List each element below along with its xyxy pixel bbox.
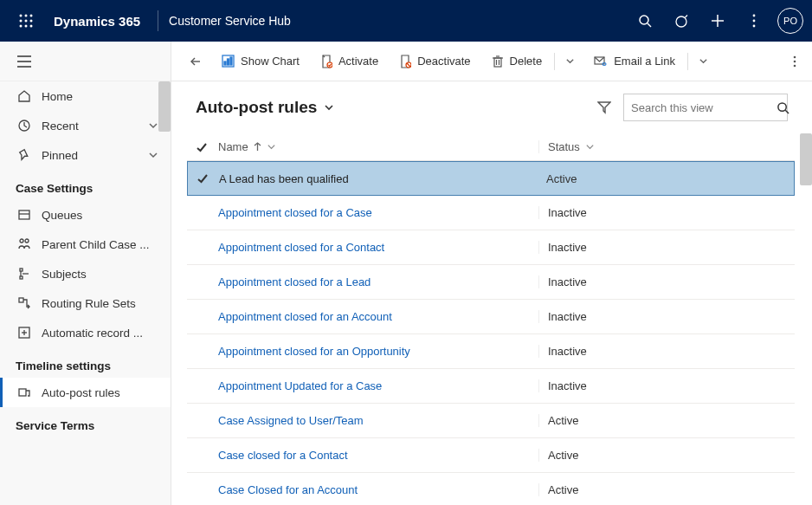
svg-point-2 bbox=[30, 15, 33, 17]
table-row[interactable]: Appointment closed for a ContactInactive bbox=[187, 230, 795, 265]
sort-asc-icon bbox=[254, 142, 261, 152]
row-name-link[interactable]: Case Assigned to User/Team bbox=[216, 414, 538, 427]
view-header: Auto-post rules bbox=[171, 81, 812, 133]
row-name-link[interactable]: Appointment closed for an Account bbox=[216, 310, 538, 323]
row-name-link[interactable]: Appointment Updated for a Case bbox=[216, 379, 538, 392]
parent-icon bbox=[16, 237, 33, 251]
deactivate-icon bbox=[399, 55, 411, 68]
search-view-box[interactable] bbox=[623, 94, 788, 121]
emaillink-split-caret[interactable] bbox=[690, 56, 717, 66]
add-icon[interactable] bbox=[699, 0, 736, 42]
delete-split-caret[interactable] bbox=[557, 56, 583, 66]
select-all-checkbox[interactable] bbox=[187, 141, 216, 153]
sidebar-item-queues[interactable]: Queues bbox=[0, 200, 171, 230]
filter-icon[interactable] bbox=[585, 100, 623, 114]
svg-rect-43 bbox=[494, 58, 501, 67]
svg-marker-52 bbox=[598, 102, 610, 113]
more-icon[interactable] bbox=[736, 0, 772, 42]
hub-label[interactable]: Customer Service Hub bbox=[165, 14, 291, 28]
sidebar-item-home[interactable]: Home bbox=[0, 81, 171, 111]
svg-rect-39 bbox=[230, 57, 232, 65]
table-row[interactable]: Case Assigned to User/TeamActive bbox=[187, 404, 795, 438]
command-bar: Show ChartActivateDeactivateDeleteEmail … bbox=[171, 42, 812, 81]
row-status: Inactive bbox=[538, 379, 795, 392]
search-view-icon[interactable] bbox=[777, 101, 789, 114]
svg-rect-26 bbox=[20, 269, 23, 271]
showchart-button[interactable]: Show Chart bbox=[211, 42, 310, 81]
sidebar-item-auto-post-rules[interactable]: Auto-post rules bbox=[0, 378, 171, 407]
brand-label[interactable]: Dynamics 365 bbox=[43, 14, 151, 29]
task-icon[interactable] bbox=[663, 0, 699, 42]
search-icon[interactable] bbox=[627, 0, 663, 42]
svg-rect-30 bbox=[19, 298, 23, 302]
app-topbar: Dynamics 365 Customer Service Hub PO bbox=[0, 0, 812, 42]
svg-point-24 bbox=[20, 239, 23, 243]
row-status: Inactive bbox=[538, 206, 795, 219]
showchart-icon bbox=[222, 55, 235, 68]
table-row[interactable]: Appointment Updated for a CaseInactive bbox=[187, 369, 795, 404]
row-status: Inactive bbox=[538, 241, 795, 254]
deactivate-button[interactable]: Deactivate bbox=[389, 42, 480, 81]
sidebar-item-subjects[interactable]: Subjects bbox=[0, 259, 171, 288]
svg-rect-22 bbox=[19, 210, 29, 219]
sidebar: HomeRecentPinnedCase SettingsQueuesParen… bbox=[0, 42, 171, 505]
subjects-icon bbox=[16, 267, 33, 281]
sidebar-item-parent-child-case-[interactable]: Parent Child Case ... bbox=[0, 230, 171, 259]
row-status: Inactive bbox=[538, 275, 795, 288]
emaillink-button[interactable]: Email a Link bbox=[583, 42, 686, 81]
row-name-link[interactable]: A Lead has been qualified bbox=[217, 172, 538, 185]
svg-rect-34 bbox=[19, 389, 26, 396]
svg-point-25 bbox=[25, 239, 29, 243]
row-name-link[interactable]: Appointment closed for a Contact bbox=[216, 241, 538, 254]
column-header-name[interactable]: Name bbox=[216, 140, 538, 153]
table-row[interactable]: Case Closed for an AccountActive bbox=[187, 473, 795, 505]
table-row[interactable]: Case closed for a ContactActive bbox=[187, 438, 795, 473]
sidebar-item-recent[interactable]: Recent bbox=[0, 111, 171, 140]
svg-point-53 bbox=[778, 102, 786, 110]
row-name-link[interactable]: Appointment closed for a Case bbox=[216, 206, 538, 219]
emaillink-icon bbox=[594, 55, 608, 68]
column-header-status[interactable]: Status bbox=[538, 140, 795, 153]
row-status: Active bbox=[538, 483, 795, 496]
user-avatar[interactable]: PO bbox=[777, 8, 803, 34]
row-status: Inactive bbox=[538, 345, 795, 358]
row-status: Active bbox=[538, 172, 794, 185]
svg-point-15 bbox=[753, 15, 756, 17]
activate-button[interactable]: Activate bbox=[310, 42, 389, 81]
row-status: Inactive bbox=[538, 310, 795, 323]
overflow-button[interactable] bbox=[784, 42, 805, 81]
table-row[interactable]: Appointment closed for a CaseInactive bbox=[187, 196, 795, 230]
chevron-down-icon bbox=[148, 150, 158, 160]
table-row[interactable]: A Lead has been qualifiedActive bbox=[187, 161, 795, 196]
chevron-down-icon bbox=[267, 142, 276, 152]
grid-scrollbar[interactable] bbox=[800, 133, 812, 185]
post-icon bbox=[16, 385, 33, 399]
back-button[interactable] bbox=[185, 42, 209, 81]
svg-line-54 bbox=[785, 110, 789, 113]
svg-point-6 bbox=[20, 25, 23, 28]
search-view-input[interactable] bbox=[631, 101, 777, 114]
view-title-dropdown[interactable]: Auto-post rules bbox=[196, 98, 334, 117]
view-title-text: Auto-post rules bbox=[196, 98, 317, 117]
row-status: Active bbox=[538, 414, 795, 427]
chevron-down-icon bbox=[585, 142, 595, 152]
sidebar-item-pinned[interactable]: Pinned bbox=[0, 140, 171, 170]
table-row[interactable]: Appointment closed for an OpportunityIna… bbox=[187, 334, 795, 369]
app-launcher-icon[interactable] bbox=[9, 14, 43, 28]
row-checkbox[interactable] bbox=[188, 172, 217, 185]
sidebar-item-automatic-record-[interactable]: Automatic record ... bbox=[0, 318, 171, 347]
svg-point-1 bbox=[25, 15, 28, 17]
delete-button[interactable]: Delete bbox=[481, 42, 553, 81]
row-name-link[interactable]: Case Closed for an Account bbox=[216, 483, 538, 496]
sidebar-item-routing-rule-sets[interactable]: Routing Rule Sets bbox=[0, 288, 171, 318]
table-row[interactable]: Appointment closed for a LeadInactive bbox=[187, 265, 795, 300]
row-name-link[interactable]: Case closed for a Contact bbox=[216, 449, 538, 462]
svg-point-17 bbox=[753, 25, 756, 28]
menu-toggle-icon[interactable] bbox=[0, 42, 171, 81]
queues-icon bbox=[16, 208, 33, 222]
row-name-link[interactable]: Appointment closed for a Lead bbox=[216, 275, 538, 288]
svg-point-11 bbox=[676, 16, 686, 27]
row-name-link[interactable]: Appointment closed for an Opportunity bbox=[216, 345, 538, 358]
table-row[interactable]: Appointment closed for an AccountInactiv… bbox=[187, 300, 795, 334]
svg-point-7 bbox=[25, 25, 28, 28]
